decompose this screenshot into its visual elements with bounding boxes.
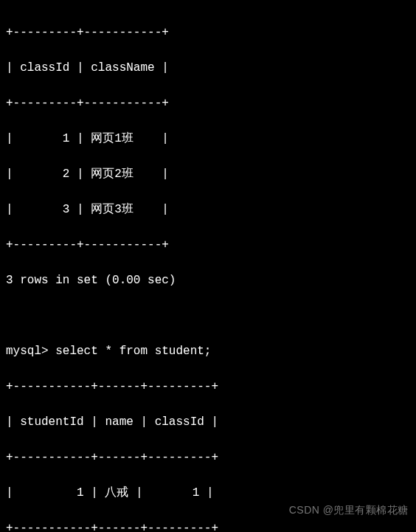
table-row: | 3 | 网页3班 | xyxy=(6,201,410,218)
sql-query: mysql> select * from student; xyxy=(6,342,410,360)
terminal-output: +---------+-----------+ | classId | clas… xyxy=(6,6,410,532)
watermark: CSDN @兜里有颗棉花糖 xyxy=(289,501,409,519)
table-border: +-----------+------+---------+ xyxy=(6,449,410,466)
blank-line xyxy=(6,307,410,325)
table-border: +---------+-----------+ xyxy=(6,236,410,254)
table-border: +---------+-----------+ xyxy=(6,94,410,112)
status-line: 3 rows in set (0.00 sec) xyxy=(6,272,410,289)
table-header: | studentId | name | classId | xyxy=(6,413,410,431)
table-header: | classId | className | xyxy=(6,59,410,77)
table-border: +-----------+------+---------+ xyxy=(6,378,410,395)
table-row: | 1 | 网页1班 | xyxy=(6,130,410,148)
table-border: +-----------+------+---------+ xyxy=(6,519,410,532)
table-row: | 2 | 网页2班 | xyxy=(6,165,410,183)
table-border: +---------+-----------+ xyxy=(6,24,410,41)
table-row: | 1 | 八戒 | 1 | xyxy=(6,484,410,502)
